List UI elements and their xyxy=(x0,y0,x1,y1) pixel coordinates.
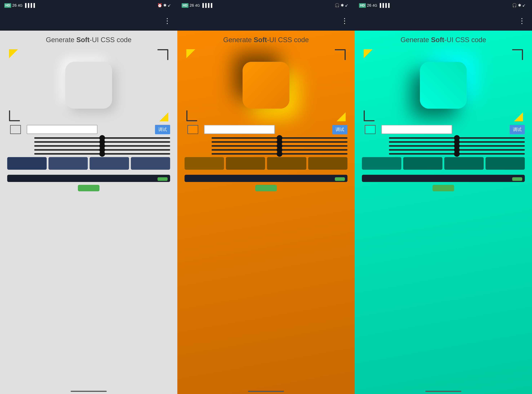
corner-bl xyxy=(186,110,197,121)
shape-btn-3-teal[interactable] xyxy=(444,157,484,170)
color-row-gray: 调试 xyxy=(7,125,170,134)
shape-btn-2-orange[interactable] xyxy=(226,157,265,170)
copy-btn-teal[interactable] xyxy=(512,177,522,181)
slider-intensity-teal xyxy=(362,149,525,150)
slider-distance[interactable] xyxy=(212,145,347,147)
color-text-input-teal[interactable] xyxy=(381,125,452,134)
vconsole-btn-gray[interactable] xyxy=(78,185,99,191)
shape-btn-1-teal[interactable] xyxy=(362,157,401,170)
menu-icon[interactable]: ⋮ xyxy=(164,16,171,25)
code-box-teal xyxy=(362,175,525,182)
slider-size[interactable] xyxy=(34,137,170,139)
corner-tr xyxy=(335,49,346,60)
header-gray: Generate Soft-UI CSS code xyxy=(7,31,170,47)
vconsole-btn-orange[interactable] xyxy=(255,185,277,191)
slider-distance[interactable] xyxy=(389,145,525,147)
bottom-bar-gray xyxy=(0,389,177,394)
color-text-input-gray[interactable] xyxy=(27,125,98,134)
shape-btn-4-orange[interactable] xyxy=(308,157,348,170)
copy-btn-gray[interactable] xyxy=(157,177,168,181)
signal-text: 26 xyxy=(190,3,194,8)
corner-tr xyxy=(512,49,523,60)
shape-btn-3-orange[interactable] xyxy=(267,157,306,170)
shape-btn-4-teal[interactable] xyxy=(485,157,525,170)
menu-icon[interactable]: ⋮ xyxy=(341,16,348,25)
slider-size[interactable] xyxy=(212,137,347,139)
corner-bl xyxy=(9,110,20,121)
adjust-btn-orange[interactable]: 调试 xyxy=(332,125,347,134)
signal-text: 26 xyxy=(12,3,16,8)
color-row-orange: 调试 xyxy=(185,125,347,134)
signal-bars: ▐▐▐▐ xyxy=(378,3,389,8)
copy-btn-orange[interactable] xyxy=(335,177,345,181)
color-swatch-gray[interactable] xyxy=(10,125,21,134)
slider-blur-teal xyxy=(362,153,525,155)
tri-br xyxy=(337,112,346,121)
bluetooth-icon: ✱ xyxy=(518,3,521,8)
slider-blur[interactable] xyxy=(389,153,525,155)
shape-row-orange xyxy=(185,157,347,170)
preview-area-gray xyxy=(7,47,170,123)
bottom-line xyxy=(71,391,107,392)
shape-btn-4-gray[interactable] xyxy=(131,157,170,170)
controls-orange: 调试 xyxy=(185,123,347,175)
slider-distance-orange xyxy=(185,145,347,147)
header-orange: Generate Soft-UI CSS code xyxy=(185,31,347,47)
signal-bars: ▐▐▐▐ xyxy=(201,3,212,8)
adjust-btn-teal[interactable]: 调试 xyxy=(510,125,525,134)
header-title-en: Generate Soft-UI CSS code xyxy=(7,36,170,44)
hd-icon: HD xyxy=(359,3,366,8)
shape-btn-3-gray[interactable] xyxy=(89,157,129,170)
shape-btn-1-gray[interactable] xyxy=(7,157,47,170)
shape-btn-2-teal[interactable] xyxy=(403,157,443,170)
corner-bl xyxy=(364,110,375,121)
code-box-orange xyxy=(185,175,347,182)
color-swatch-orange[interactable] xyxy=(188,125,198,134)
slider-size[interactable] xyxy=(389,137,525,139)
bottom-line xyxy=(248,391,284,392)
hd-icon: HD xyxy=(182,3,188,8)
content-teal: Generate Soft-UI CSS code 调试 xyxy=(355,31,532,389)
header-title-en: Generate Soft-UI CSS code xyxy=(185,36,347,44)
slider-intensity[interactable] xyxy=(212,149,347,150)
color-swatch-teal[interactable] xyxy=(365,125,376,134)
slider-radius[interactable] xyxy=(389,141,525,143)
status-bar-orange: HD 26 4G ▐▐▐▐ 🎧 ✱ ↙ xyxy=(177,0,355,11)
shape-row-teal xyxy=(362,157,525,170)
phone-gray: HD 26 4G ▐▐▐▐ ⏰ ✱ ↙ ⋮ Generate Soft-UI C… xyxy=(0,0,177,394)
headphone-icon: 🎧 xyxy=(512,3,517,8)
shape-btn-2-gray[interactable] xyxy=(48,157,88,170)
vconsole-btn-teal[interactable] xyxy=(433,185,454,191)
slider-distance[interactable] xyxy=(34,145,170,147)
app-bar-orange: ⋮ xyxy=(177,11,355,31)
bottom-bar-orange xyxy=(177,389,355,394)
bottom-bar-teal xyxy=(355,389,532,394)
status-right: 🎧 ✱ ↙ xyxy=(335,3,350,8)
slider-intensity[interactable] xyxy=(389,149,525,150)
adjust-btn-gray[interactable]: 调试 xyxy=(155,125,170,134)
wifi-icon: ↙ xyxy=(168,3,171,8)
status-left: HD 26 4G ▐▐▐▐ xyxy=(359,3,390,8)
app-bar-gray: ⋮ xyxy=(0,11,177,31)
4g-icon: 4G xyxy=(195,3,200,8)
slider-size-teal xyxy=(362,137,525,139)
slider-radius[interactable] xyxy=(212,141,347,143)
slider-distance-teal xyxy=(362,145,525,147)
shape-btn-1-orange[interactable] xyxy=(185,157,224,170)
slider-radius-teal xyxy=(362,141,525,143)
header-title-en: Generate Soft-UI CSS code xyxy=(362,36,525,44)
menu-icon[interactable]: ⋮ xyxy=(518,16,526,25)
neuro-box-gray xyxy=(65,62,112,109)
slider-blur-gray xyxy=(7,153,170,155)
slider-intensity[interactable] xyxy=(34,149,170,150)
slider-radius[interactable] xyxy=(34,141,170,143)
status-right: ⏰ ✱ ↙ xyxy=(157,3,173,8)
content-orange: Generate Soft-UI CSS code 调试 xyxy=(177,31,355,389)
color-text-input-orange[interactable] xyxy=(204,125,275,134)
corner-tr xyxy=(157,49,168,60)
tri-br xyxy=(514,112,523,121)
slider-blur[interactable] xyxy=(212,153,347,155)
wifi-icon: ↙ xyxy=(522,3,526,8)
tri-tl xyxy=(364,49,373,58)
slider-blur[interactable] xyxy=(34,153,170,155)
